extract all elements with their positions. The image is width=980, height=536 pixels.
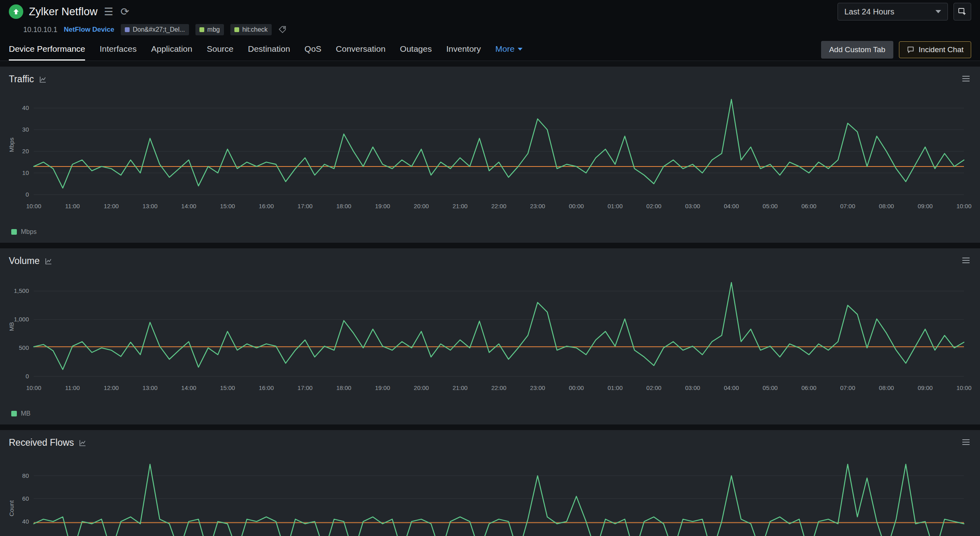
time-range-value: Last 24 Hours [844, 7, 895, 16]
tag-color-swatch [234, 27, 239, 32]
svg-text:21:00: 21:00 [453, 203, 468, 209]
legend-swatch [11, 229, 17, 235]
tab-source[interactable]: Source [207, 39, 234, 61]
tab-outages[interactable]: Outages [400, 39, 432, 61]
new-window-button[interactable] [954, 3, 971, 20]
svg-text:11:00: 11:00 [65, 203, 79, 209]
tab-interfaces[interactable]: Interfaces [100, 39, 136, 61]
app-header: Zylker Netflow ☰ ⟳ Last 24 Hours [0, 0, 980, 23]
svg-text:0: 0 [26, 373, 29, 380]
panel-menu-icon[interactable] [962, 75, 970, 84]
volume-chart[interactable]: 05001,0001,500MB10:0011:0012:0013:0014:0… [0, 270, 980, 408]
chart-icon[interactable] [45, 257, 53, 265]
tab-application[interactable]: Application [151, 39, 192, 61]
hamburger-menu-icon[interactable]: ☰ [104, 6, 113, 17]
svg-text:23:00: 23:00 [530, 203, 545, 209]
tab-inventory[interactable]: Inventory [446, 39, 481, 61]
tag-icon[interactable] [278, 25, 287, 34]
tab-more[interactable]: More [495, 39, 523, 61]
legend-label: MB [21, 410, 30, 417]
svg-text:500: 500 [19, 344, 29, 351]
device-type-link[interactable]: NetFlow Device [64, 26, 114, 34]
received-flows-chart[interactable]: 20406080Count10:0011:0012:0013:0014:0015… [0, 452, 980, 536]
svg-text:Mbps: Mbps [8, 138, 15, 152]
legend-label: Mbps [21, 228, 37, 236]
svg-text:02:00: 02:00 [647, 203, 662, 209]
chart-legend: Mbps [0, 227, 980, 241]
device-subheader: 10.10.10.1 NetFlow Device Don&#x27;t_Del… [0, 23, 980, 39]
tab-more-label: More [495, 44, 514, 54]
tag-chip[interactable]: hit:check [230, 24, 272, 35]
tab-device-performance[interactable]: Device Performance [9, 39, 85, 61]
svg-text:15:00: 15:00 [220, 384, 235, 391]
svg-text:07:00: 07:00 [840, 203, 855, 209]
svg-text:01:00: 01:00 [608, 384, 623, 391]
svg-text:10:00: 10:00 [26, 384, 41, 391]
chart-legend: MB [0, 408, 980, 423]
traffic-chart[interactable]: 010203040Mbps10:0011:0012:0013:0014:0015… [0, 89, 980, 227]
svg-text:04:00: 04:00 [724, 203, 739, 209]
svg-text:16:00: 16:00 [259, 203, 274, 209]
traffic-panel: Traffic 010203040Mbps10:0011:0012:0013:0… [0, 67, 980, 243]
svg-text:10:00: 10:00 [26, 203, 41, 209]
svg-text:19:00: 19:00 [375, 203, 390, 209]
tab-destination[interactable]: Destination [248, 39, 290, 61]
panel-menu-icon[interactable] [962, 439, 970, 447]
svg-text:30: 30 [22, 126, 29, 133]
svg-text:09:00: 09:00 [918, 203, 933, 209]
svg-text:22:00: 22:00 [491, 384, 506, 391]
legend-swatch [11, 411, 17, 416]
chart-icon[interactable] [79, 439, 87, 447]
dashboard-body: Traffic 010203040Mbps10:0011:0012:0013:0… [0, 61, 980, 536]
time-range-select[interactable]: Last 24 Hours [838, 3, 948, 20]
svg-text:04:00: 04:00 [724, 384, 739, 391]
svg-text:08:00: 08:00 [879, 203, 894, 209]
tab-qos[interactable]: QoS [305, 39, 321, 61]
incident-chat-label: Incident Chat [919, 45, 964, 54]
svg-text:19:00: 19:00 [375, 384, 390, 391]
svg-text:10: 10 [22, 169, 29, 176]
tag-chip[interactable]: mbg [195, 24, 224, 35]
svg-text:16:00: 16:00 [259, 384, 274, 391]
new-window-icon [958, 7, 967, 16]
svg-text:40: 40 [22, 104, 29, 111]
chart-icon[interactable] [39, 75, 47, 83]
tag-color-swatch [199, 27, 204, 32]
svg-text:1,000: 1,000 [14, 316, 29, 323]
svg-text:Count: Count [8, 500, 15, 516]
svg-text:08:00: 08:00 [879, 384, 894, 391]
svg-text:17:00: 17:00 [297, 384, 313, 391]
svg-text:21:00: 21:00 [453, 384, 468, 391]
page-title: Zylker Netflow [29, 6, 98, 18]
svg-text:20:00: 20:00 [414, 384, 429, 391]
svg-text:00:00: 00:00 [569, 203, 584, 209]
panel-menu-icon[interactable] [962, 257, 970, 266]
received-flows-panel: Received Flows 20406080Count10:0011:0012… [0, 430, 980, 536]
svg-text:07:00: 07:00 [840, 384, 855, 391]
svg-text:1,500: 1,500 [14, 287, 29, 294]
tag-chip[interactable]: Don&#x27;t_Del... [121, 24, 189, 35]
svg-text:18:00: 18:00 [336, 384, 352, 391]
svg-text:03:00: 03:00 [685, 384, 700, 391]
svg-text:01:00: 01:00 [608, 203, 623, 209]
svg-text:09:00: 09:00 [918, 384, 933, 391]
svg-text:10:00: 10:00 [956, 384, 972, 391]
svg-text:MB: MB [8, 322, 15, 331]
svg-text:12:00: 12:00 [104, 203, 119, 209]
tab-conversation[interactable]: Conversation [336, 39, 386, 61]
tag-color-swatch [125, 27, 130, 32]
volume-panel: Volume 05001,0001,500MB10:0011:0012:0013… [0, 248, 980, 424]
refresh-icon[interactable]: ⟳ [120, 6, 129, 17]
svg-text:14:00: 14:00 [181, 384, 197, 391]
incident-chat-button[interactable]: Incident Chat [899, 41, 971, 58]
svg-text:17:00: 17:00 [297, 203, 313, 209]
svg-text:15:00: 15:00 [220, 203, 235, 209]
svg-text:00:00: 00:00 [569, 384, 584, 391]
tag-label: hit:check [242, 26, 268, 33]
svg-text:40: 40 [22, 518, 29, 525]
add-custom-tab-button[interactable]: Add Custom Tab [821, 41, 893, 59]
panel-title: Traffic [9, 74, 34, 85]
tag-label: mbg [207, 26, 220, 33]
panel-title: Volume [9, 256, 40, 266]
chevron-down-icon [518, 48, 523, 51]
